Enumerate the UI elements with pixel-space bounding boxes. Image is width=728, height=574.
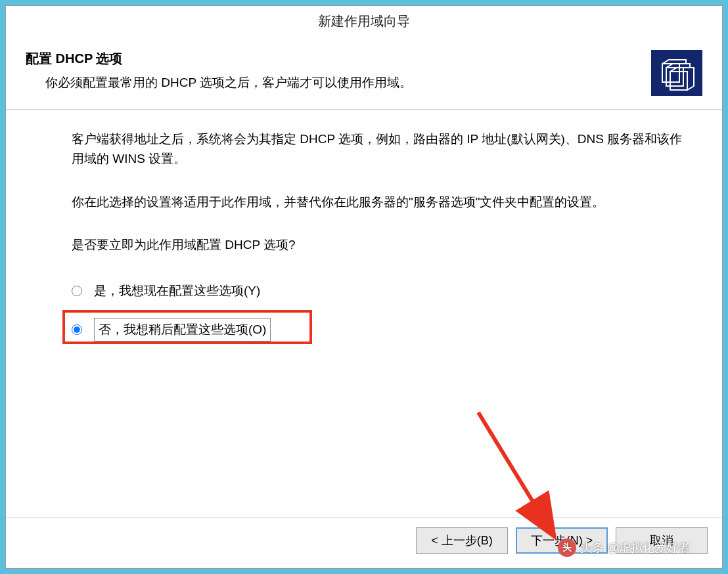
page-title: 配置 DHCP 选项 — [26, 50, 638, 68]
radio-yes-input[interactable] — [72, 286, 82, 296]
radio-yes-label: 是，我想现在配置这些选项(Y) — [94, 281, 260, 301]
options-radio-group: 是，我想现在配置这些选项(Y) 否，我想稍后配置这些选项(O) — [72, 278, 683, 345]
back-button[interactable]: < 上一步(B) — [416, 527, 508, 554]
wizard-header: 配置 DHCP 选项 你必须配置最常用的 DHCP 选项之后，客户端才可以使用作… — [6, 38, 722, 110]
folders-icon — [651, 50, 702, 96]
radio-option-yes[interactable]: 是，我想现在配置这些选项(Y) — [72, 278, 683, 303]
next-button[interactable]: 下一步(N) > — [516, 527, 608, 554]
window-title: 新建作用域向导 — [6, 6, 722, 38]
page-subtitle: 你必须配置最常用的 DHCP 选项之后，客户端才可以使用作用域。 — [45, 74, 638, 91]
radio-option-no[interactable]: 否，我想稍后配置这些选项(O) — [72, 315, 683, 344]
wizard-window: 新建作用域向导 配置 DHCP 选项 你必须配置最常用的 DHCP 选项之后，客… — [5, 5, 723, 569]
cancel-button[interactable]: 取消 — [616, 527, 708, 554]
description-text-1: 客户端获得地址之后，系统将会为其指定 DHCP 选项，例如，路由器的 IP 地址… — [72, 129, 683, 169]
radio-no-label: 否，我想稍后配置这些选项(O) — [94, 318, 271, 342]
description-text-2: 你在此选择的设置将适用于此作用域，并替代你在此服务器的"服务器选项"文件夹中配置… — [72, 192, 683, 212]
wizard-content: 客户端获得地址之后，系统将会为其指定 DHCP 选项，例如，路由器的 IP 地址… — [6, 110, 722, 518]
radio-no-input[interactable] — [72, 324, 82, 335]
wizard-buttons: < 上一步(B) 下一步(N) > 取消 — [6, 518, 722, 568]
question-text: 是否要立即为此作用域配置 DHCP 选项? — [72, 235, 683, 255]
